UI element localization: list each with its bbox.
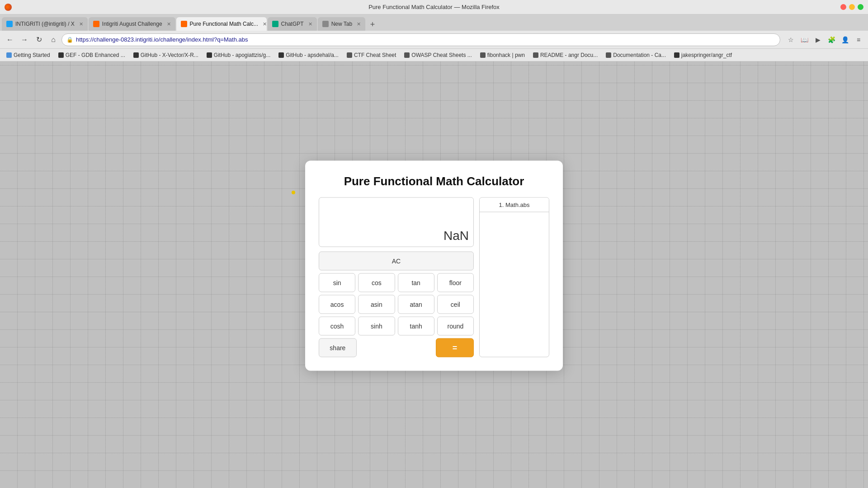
- back-button[interactable]: ←: [4, 33, 16, 46]
- menu-icon[interactable]: ≡: [853, 34, 864, 46]
- acos-button[interactable]: acos: [319, 295, 355, 314]
- calculator-left: NaN AC sin cos tan floor: [319, 197, 474, 357]
- tab-close-calculator[interactable]: ✕: [263, 21, 267, 27]
- tab-newtab[interactable]: New Tab ✕: [318, 17, 365, 31]
- bookmark-favicon: [533, 52, 538, 58]
- bookmark-favicon: [207, 52, 212, 58]
- bookmark-jakespringer[interactable]: jakespringer/angr_ctf: [671, 51, 735, 59]
- atan-button[interactable]: atan: [398, 295, 434, 314]
- window-title: Pure Functional Math Calculator — Mozill…: [368, 4, 500, 10]
- cosh-button[interactable]: cosh: [319, 317, 355, 336]
- bookmark-favicon: [480, 52, 486, 58]
- tab-favicon: [6, 21, 13, 27]
- browser-window: Pure Functional Math Calculator — Mozill…: [0, 0, 868, 488]
- bookmark-favicon: [6, 52, 12, 58]
- history-body: [480, 212, 549, 312]
- nav-bar: ← → ↻ ⌂ 🔒 https://challenge-0823.intigri…: [0, 31, 868, 49]
- bookmark-favicon: [278, 52, 284, 58]
- calculator-history: 1. Math.abs: [479, 197, 549, 357]
- tab-favicon: [272, 21, 278, 27]
- calculator-title: Pure Functional Math Calculator: [319, 174, 549, 188]
- tab-intigriti[interactable]: INTIGRITI (@intigriti) / X ✕: [2, 17, 88, 31]
- tab-calculator[interactable]: Pure Functional Math Calc... ✕: [176, 17, 267, 31]
- bookmark-favicon: [606, 52, 611, 58]
- extensions-icon[interactable]: 🧩: [826, 34, 837, 46]
- bookmark-ctf[interactable]: CTF Cheat Sheet: [344, 51, 399, 59]
- window-maximize-button[interactable]: [858, 4, 863, 10]
- pocket-icon[interactable]: ▶: [812, 34, 824, 46]
- forward-button[interactable]: →: [18, 33, 31, 46]
- home-button[interactable]: ⌂: [47, 33, 60, 46]
- sin-button[interactable]: sin: [319, 273, 355, 292]
- tab-close-newtab[interactable]: ✕: [357, 21, 361, 27]
- url-text: https://challenge-0823.intigriti.io/chal…: [76, 36, 775, 43]
- calculator-card: Pure Functional Math Calculator NaN AC: [305, 161, 563, 371]
- share-button[interactable]: share: [319, 338, 357, 357]
- tab-bar: INTIGRITI (@intigriti) / X ✕ Intigriti A…: [0, 14, 868, 31]
- buttons-row-ac: AC: [319, 252, 474, 271]
- history-header: 1. Math.abs: [480, 198, 549, 212]
- tab-close-august[interactable]: ✕: [167, 21, 171, 27]
- window-controls: [840, 4, 863, 10]
- floor-button[interactable]: floor: [437, 273, 474, 292]
- tab-favicon: [93, 21, 99, 27]
- page-content: Pure Functional Math Calculator NaN AC: [0, 61, 868, 488]
- bookmark-gef[interactable]: GEF - GDB Enhanced ...: [56, 51, 128, 59]
- bookmark-github-aps[interactable]: GitHub - apsdehal/a...: [276, 51, 341, 59]
- sync-icon[interactable]: 👤: [839, 34, 851, 46]
- ceil-button[interactable]: ceil: [437, 295, 474, 314]
- bookmark-github-x[interactable]: GitHub - X-Vector/X-R...: [131, 51, 201, 59]
- tab-favicon: [181, 21, 187, 27]
- bookmark-angr-readme[interactable]: README - angr Docu...: [530, 51, 600, 59]
- bookmark-favicon: [58, 52, 64, 58]
- tab-chatgpt[interactable]: ChatGPT ✕: [268, 17, 317, 31]
- bookmark-favicon: [133, 52, 139, 58]
- bookmark-docs[interactable]: Documentation - Ca...: [603, 51, 669, 59]
- tan-button[interactable]: tan: [398, 273, 434, 292]
- bookmark-fibonhack[interactable]: fibonhack | pwn: [477, 51, 528, 59]
- title-bar: Pure Functional Math Calculator — Mozill…: [0, 0, 868, 14]
- cos-button[interactable]: cos: [358, 273, 395, 292]
- asin-button[interactable]: asin: [358, 295, 395, 314]
- calculator-buttons: AC sin cos tan floor acos asin: [319, 252, 474, 357]
- new-tab-button[interactable]: +: [366, 18, 379, 31]
- bookmark-getting-started[interactable]: Getting Started: [4, 51, 53, 59]
- tab-close-chatgpt[interactable]: ✕: [308, 21, 312, 27]
- window-close-button[interactable]: [840, 4, 846, 10]
- buttons-row-2: acos asin atan ceil: [319, 295, 474, 314]
- equals-button[interactable]: =: [436, 338, 474, 357]
- reload-button[interactable]: ↻: [33, 33, 45, 46]
- bookmark-favicon: [674, 52, 679, 58]
- buttons-row-3: cosh sinh tanh round: [319, 317, 474, 336]
- calculator-display: NaN: [319, 197, 474, 247]
- bookmark-favicon: [404, 52, 410, 58]
- bookmarks-bar: Getting Started GEF - GDB Enhanced ... G…: [0, 49, 868, 61]
- display-value: NaN: [443, 229, 469, 243]
- tab-august[interactable]: Intigriti August Challenge ✕: [89, 17, 175, 31]
- round-button[interactable]: round: [437, 317, 474, 336]
- window-minimize-button[interactable]: [849, 4, 855, 10]
- ac-button[interactable]: AC: [319, 252, 474, 271]
- lock-icon: 🔒: [66, 37, 73, 43]
- firefox-logo: [5, 4, 12, 11]
- bookmark-github-a[interactable]: GitHub - apogiattzis/g...: [204, 51, 273, 59]
- reader-view-icon[interactable]: 📖: [798, 34, 810, 46]
- buttons-row-bottom: share =: [319, 338, 474, 357]
- tab-favicon: [322, 21, 329, 27]
- calculator-body: NaN AC sin cos tan floor: [319, 197, 549, 357]
- buttons-row-1: sin cos tan floor: [319, 273, 474, 292]
- bookmark-star-icon[interactable]: ☆: [785, 34, 797, 46]
- bookmark-owasp[interactable]: OWASP Cheat Sheets ...: [401, 51, 474, 59]
- tab-close-intigriti[interactable]: ✕: [79, 21, 83, 27]
- address-bar[interactable]: 🔒 https://challenge-0823.intigriti.io/ch…: [61, 33, 780, 46]
- nav-icons-right: ☆ 📖 ▶ 🧩 👤 ≡: [785, 34, 864, 46]
- title-bar-left: [5, 4, 12, 11]
- tanh-button[interactable]: tanh: [398, 317, 434, 336]
- sinh-button[interactable]: sinh: [358, 317, 395, 336]
- bookmark-favicon: [347, 52, 352, 58]
